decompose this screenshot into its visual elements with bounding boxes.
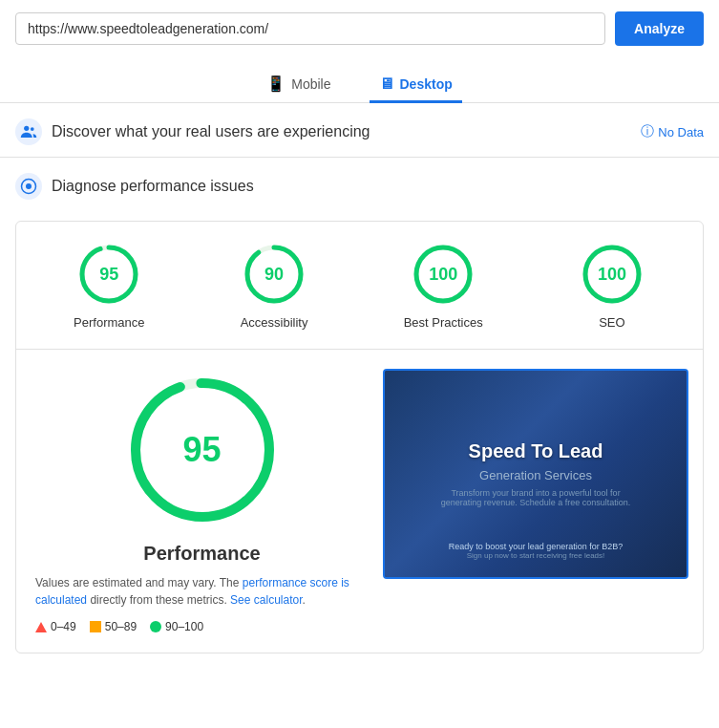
info-icon: ⓘ	[641, 123, 654, 140]
performance-label: Performance	[74, 315, 144, 330]
performance-circle: 95	[75, 241, 142, 308]
legend-fail: 0–49	[35, 620, 76, 633]
legend-average: 50–89	[90, 620, 137, 633]
score-section: 95 Performance 90 Accessibility	[15, 221, 704, 653]
svg-point-3	[26, 183, 32, 189]
screenshot-cta-sub: Sign up now to start receiving free lead…	[449, 551, 624, 560]
top-bar: Analyze	[0, 0, 719, 57]
perf-big-circle: 95	[121, 369, 284, 531]
no-data-link[interactable]: ⓘ No Data	[641, 123, 704, 140]
seo-score: 100	[598, 265, 626, 285]
tab-mobile[interactable]: 📱 Mobile	[257, 67, 340, 103]
screenshot-body: Transform your brand into a powerful too…	[440, 488, 631, 507]
performance-score: 95	[99, 265, 118, 285]
tab-row: 📱 Mobile 🖥 Desktop	[0, 57, 719, 103]
screenshot-overlay: Speed To Lead Generation Services Transf…	[385, 371, 687, 577]
tab-desktop[interactable]: 🖥 Desktop	[370, 68, 462, 103]
legend-row: 0–49 50–89 90–100	[35, 620, 203, 633]
no-data-label: No Data	[658, 125, 704, 139]
perf-title: Performance	[35, 543, 369, 565]
diagnose-section: Diagnose performance issues	[0, 158, 719, 211]
screenshot-title: Speed To Lead	[469, 440, 603, 462]
score-cards: 95 Performance 90 Accessibility	[16, 222, 703, 349]
accessibility-label: Accessibility	[241, 315, 308, 330]
perf-note: Values are estimated and may vary. The p…	[35, 574, 369, 609]
url-input[interactable]	[15, 12, 605, 45]
desktop-icon: 🖥	[379, 75, 394, 93]
seo-circle: 100	[579, 241, 645, 308]
tab-mobile-label: Mobile	[291, 76, 330, 92]
performance-detail: 95 Performance Values are estimated and …	[16, 350, 703, 653]
mobile-icon: 📱	[266, 75, 285, 93]
best-practices-label: Best Practices	[404, 315, 483, 330]
average-icon	[90, 621, 101, 632]
score-card-accessibility: 90 Accessibility	[241, 241, 308, 330]
screenshot-subtitle: Generation Services	[479, 468, 592, 482]
svg-point-0	[24, 126, 29, 131]
diagnose-icon	[15, 173, 42, 200]
analyze-button[interactable]: Analyze	[615, 11, 704, 46]
seo-label: SEO	[599, 315, 624, 330]
score-card-best-practices: 100 Best Practices	[404, 241, 483, 330]
score-card-performance: 95 Performance	[74, 241, 144, 330]
legend-average-range: 50–89	[105, 620, 137, 633]
tab-desktop-label: Desktop	[400, 76, 453, 92]
screenshot-cta: Ready to boost your lead generation for …	[449, 542, 624, 560]
best-practices-score: 100	[429, 265, 457, 285]
perf-big-score: 95	[182, 430, 221, 470]
real-users-title: Discover what your real users are experi…	[52, 123, 631, 140]
legend-pass: 90–100	[150, 620, 203, 633]
legend-fail-range: 0–49	[51, 620, 76, 633]
legend-pass-range: 90–100	[165, 620, 203, 633]
score-card-seo: 100 SEO	[579, 241, 645, 330]
screenshot-box: Speed To Lead Generation Services Transf…	[383, 369, 688, 579]
diagnose-title: Diagnose performance issues	[52, 178, 704, 195]
calc-link[interactable]: See calculator	[230, 593, 302, 607]
fail-icon	[35, 622, 47, 632]
pass-icon	[150, 621, 161, 632]
perf-right: Speed To Lead Generation Services Transf…	[378, 369, 693, 633]
accessibility-score: 90	[264, 265, 284, 285]
real-users-section: Discover what your real users are experi…	[0, 103, 719, 158]
real-users-icon	[15, 118, 42, 145]
screenshot-cta-text: Ready to boost your lead generation for …	[449, 542, 624, 551]
svg-point-1	[31, 127, 34, 131]
best-practices-circle: 100	[410, 241, 476, 308]
perf-left: 95 Performance Values are estimated and …	[26, 369, 378, 633]
accessibility-circle: 90	[241, 241, 307, 308]
